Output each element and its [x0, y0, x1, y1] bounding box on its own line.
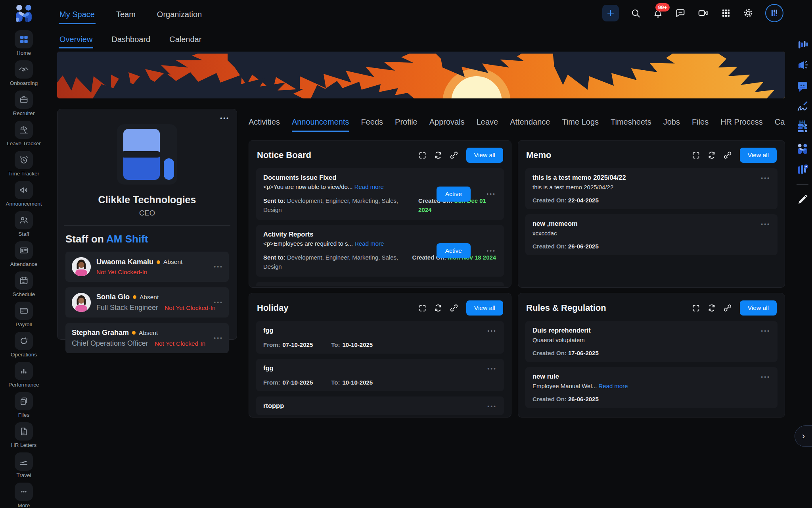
tab-calendar-truncated[interactable]: Ca — [775, 117, 785, 132]
refresh-icon[interactable] — [707, 304, 716, 312]
item-menu-icon[interactable] — [487, 327, 497, 335]
sidebar-item-time-tracker[interactable]: Time Tracker — [8, 151, 39, 177]
chat-icon[interactable] — [675, 8, 686, 19]
link-icon[interactable] — [723, 304, 732, 312]
megaphone-icon[interactable] — [797, 60, 808, 71]
clikkle-staff-logo[interactable] — [13, 4, 34, 24]
staff-row-menu-icon[interactable] — [214, 263, 223, 270]
sidebar-item-files[interactable]: Files — [15, 392, 33, 418]
plus-icon[interactable] — [602, 5, 619, 21]
view-all-button[interactable]: View all — [466, 148, 503, 163]
stats-check-icon[interactable] — [797, 164, 808, 175]
fullscreen-icon[interactable] — [692, 151, 700, 160]
status-active-button[interactable]: Active — [437, 243, 471, 258]
tab-files[interactable]: Files — [692, 117, 709, 132]
video-call-icon[interactable] — [697, 7, 709, 19]
tab-approvals[interactable]: Approvals — [429, 117, 465, 132]
tasks-list-icon[interactable] — [797, 122, 808, 134]
sidebar-item-schedule[interactable]: Schedule — [13, 271, 35, 297]
search-icon[interactable] — [630, 8, 641, 19]
item-menu-icon[interactable] — [486, 190, 496, 198]
notice-item[interactable]: Documents Issue Fixed <p>You are now abl… — [256, 168, 504, 220]
edit-pencil-icon[interactable] — [797, 193, 808, 204]
refresh-icon[interactable] — [707, 151, 716, 160]
profile-card-menu-icon[interactable] — [220, 115, 230, 122]
item-menu-icon[interactable] — [486, 247, 496, 254]
view-all-button[interactable]: View all — [466, 300, 503, 316]
account-avatar[interactable] — [765, 4, 783, 22]
item-menu-icon[interactable] — [487, 403, 497, 410]
sidebar-item-onboarding[interactable]: Onboarding — [10, 60, 38, 86]
people-handshake-icon[interactable] — [797, 143, 808, 155]
view-all-button[interactable]: View all — [740, 300, 777, 316]
equalizer-bars-icon[interactable] — [797, 39, 808, 51]
item-menu-icon[interactable] — [761, 175, 770, 182]
tab-hr-process[interactable]: HR Process — [720, 117, 763, 132]
fullscreen-icon[interactable] — [418, 304, 427, 312]
sidebar-item-hr-letters[interactable]: HR Letters — [11, 422, 37, 448]
sidebar-item-performance[interactable]: Performance — [8, 362, 39, 388]
link-icon[interactable] — [450, 151, 458, 160]
tab-timesheets[interactable]: Timesheets — [611, 117, 651, 132]
tab-calendar[interactable]: Calendar — [169, 29, 202, 48]
tab-organization[interactable]: Organization — [156, 2, 203, 24]
memo-item[interactable]: this is a test memo 2025/04/22 this is a… — [525, 168, 778, 209]
sidebar-item-staff[interactable]: Staff — [15, 211, 33, 237]
sidebar-item-home[interactable]: Home — [15, 30, 33, 56]
holiday-item[interactable]: fgg From:07-10-2025 To:10-10-2025 — [256, 359, 504, 391]
fullscreen-icon[interactable] — [692, 304, 700, 312]
link-icon[interactable] — [723, 151, 732, 160]
tab-jobs[interactable]: Jobs — [663, 117, 680, 132]
sidebar-item-travel[interactable]: Travel — [15, 452, 33, 478]
sidebar-item-operations[interactable]: Operations — [11, 332, 37, 358]
holiday-item[interactable]: fgg From:07-10-2025 To:10-10-2025 — [256, 321, 504, 354]
apps-grid-icon[interactable] — [721, 8, 731, 18]
view-all-button[interactable]: View all — [740, 148, 777, 163]
sidebar-item-payroll[interactable]: Payroll — [15, 302, 33, 327]
tab-time-logs[interactable]: Time Logs — [562, 117, 599, 132]
read-more-link[interactable]: Read more — [598, 383, 628, 389]
notice-item[interactable]: Activity Reports <p>Employees are requir… — [256, 225, 504, 277]
chatbot-icon[interactable] — [797, 80, 808, 92]
settings-gear-icon[interactable] — [743, 8, 754, 19]
sidebar-item-leave-tracker[interactable]: Leave Tracker — [7, 121, 41, 146]
tab-dashboard[interactable]: Dashboard — [111, 29, 151, 48]
tab-activities[interactable]: Activities — [249, 117, 280, 132]
item-menu-icon[interactable] — [761, 327, 770, 335]
read-more-link[interactable]: Read more — [354, 183, 384, 190]
sidebar-item-announcement[interactable]: Announcement — [6, 181, 42, 207]
staff-row[interactable]: Stephan Graham Absent Chief Operations O… — [65, 323, 229, 353]
tab-feeds[interactable]: Feeds — [361, 117, 383, 132]
rule-item[interactable]: Duis reprehenderit Quaerat voluptatem Cr… — [525, 321, 778, 362]
refresh-icon[interactable] — [434, 151, 442, 160]
tab-announcements[interactable]: Announcements — [292, 117, 349, 132]
tab-profile[interactable]: Profile — [395, 117, 417, 132]
staff-row[interactable]: Sonia Gio Absent Full Stack Engineer Not… — [65, 287, 229, 318]
sidebar-item-more[interactable]: More — [15, 483, 33, 508]
link-icon[interactable] — [450, 304, 458, 312]
clock-status: Not Yet Clocked-In — [96, 269, 147, 276]
tab-attendance[interactable]: Attendance — [510, 117, 550, 132]
signature-icon[interactable] — [796, 101, 809, 114]
notifications-bell-icon[interactable]: 99+ — [653, 8, 663, 19]
staff-row[interactable]: Uwaoma Kamalu Absent Not Yet Clocked-In — [65, 252, 229, 282]
item-menu-icon[interactable] — [761, 221, 770, 228]
notice-item-clipped[interactable]: Applying for Leaves — [256, 282, 504, 286]
fullscreen-icon[interactable] — [418, 151, 427, 160]
item-menu-icon[interactable] — [761, 373, 770, 381]
item-menu-icon[interactable] — [487, 365, 497, 372]
rule-item[interactable]: new rule Employee Manual Wel... Read mor… — [525, 367, 778, 408]
sidebar-item-recruiter[interactable]: Recruiter — [13, 90, 35, 116]
sidebar-item-attendance[interactable]: Attendance — [10, 241, 37, 267]
status-active-button[interactable]: Active — [437, 187, 471, 202]
memo-item[interactable]: new ,memeom xcxccdac Created On: 26-06-2… — [525, 214, 778, 255]
staff-row-menu-icon[interactable] — [214, 335, 223, 342]
staff-row-menu-icon[interactable] — [214, 299, 223, 306]
tab-my-space[interactable]: My Space — [59, 2, 96, 24]
tab-team[interactable]: Team — [115, 2, 136, 24]
refresh-icon[interactable] — [434, 304, 442, 312]
tab-overview[interactable]: Overview — [59, 29, 93, 48]
holiday-item-clipped[interactable]: rtoppp — [256, 396, 504, 415]
read-more-link[interactable]: Read more — [354, 240, 384, 247]
tab-leave[interactable]: Leave — [477, 117, 498, 132]
